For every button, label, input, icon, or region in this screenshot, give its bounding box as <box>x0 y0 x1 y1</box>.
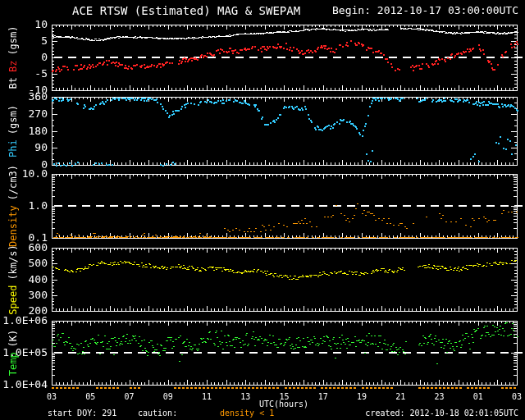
y-axis-label-part: Density <box>7 205 19 247</box>
x-tick-label: 21 <box>389 392 412 401</box>
y-axis-label-part: (gsm) <box>7 25 19 55</box>
y-tick-label: 360 <box>29 91 48 103</box>
y-axis-label-part: (km/s) <box>7 244 19 280</box>
y-axis-label-phi: Phi(gsm) <box>7 103 19 160</box>
y-axis-label-mag: BtBz(gsm) <box>7 23 19 91</box>
density-caution-label: density < 1 <box>220 409 274 418</box>
x-tick-label: 15 <box>273 392 296 401</box>
x-tick-label: 07 <box>118 392 141 401</box>
y-tick-label: 10 <box>34 19 48 30</box>
y-axis-label-part: (/cm3) <box>7 165 19 200</box>
plot-canvas <box>0 0 525 420</box>
x-tick-label: 17 <box>312 392 335 401</box>
x-tick-label: 05 <box>79 392 102 401</box>
x-tick-label: 11 <box>195 392 218 401</box>
plot-title: ACE RTSW (Estimated) MAG & SWEPAM <box>72 4 300 17</box>
y-tick-label: 180 <box>29 126 48 137</box>
y-tick-label: -5 <box>34 68 48 80</box>
x-tick-label: 01 <box>467 392 490 401</box>
caution-label: caution: <box>138 409 177 418</box>
y-tick-label: 5 <box>41 35 48 47</box>
y-tick-label: 1.0E+06 <box>2 315 48 326</box>
y-tick-label: 0 <box>41 52 48 63</box>
created-timestamp: created: 2012-10-18 02:01:05UTC <box>365 409 518 418</box>
y-tick-label: 1.0 <box>29 200 48 212</box>
y-axis-label-part: Bt <box>7 77 19 89</box>
x-tick-label: 13 <box>234 392 257 401</box>
start-doy-label: start DOY: 291 <box>48 409 116 418</box>
y-axis-label-part: Speed <box>7 285 19 314</box>
y-tick-label: 300 <box>29 290 48 301</box>
x-tick-label: 03 <box>40 392 63 401</box>
y-axis-label-part: (gsm) <box>7 105 19 135</box>
y-axis-label-part: Temp <box>7 352 19 376</box>
x-tick-label: 19 <box>350 392 373 401</box>
y-tick-label: 1.0E+04 <box>2 379 48 390</box>
y-axis-label-temp: Temp(K) <box>7 327 19 379</box>
x-tick-label: 23 <box>428 392 451 401</box>
x-tick-label: 03 <box>505 392 525 401</box>
begin-timestamp: Begin: 2012-10-17 03:00:00UTC <box>332 4 518 16</box>
y-tick-label: 270 <box>29 108 48 120</box>
y-axis-label-density: Density(/cm3) <box>7 162 19 249</box>
y-axis-label-speed: Speed(km/s) <box>7 242 19 317</box>
y-axis-label-part: Bz <box>7 61 19 72</box>
y-axis-label-part: (K) <box>7 330 19 348</box>
y-tick-label: 90 <box>34 142 48 153</box>
y-tick-label: 600 <box>29 242 48 253</box>
y-axis-label-part: Phi <box>7 139 19 158</box>
y-tick-label: 10.0 <box>22 168 48 180</box>
y-tick-label: 400 <box>29 274 48 285</box>
y-tick-label: 500 <box>29 258 48 269</box>
x-tick-label: 09 <box>157 392 180 401</box>
